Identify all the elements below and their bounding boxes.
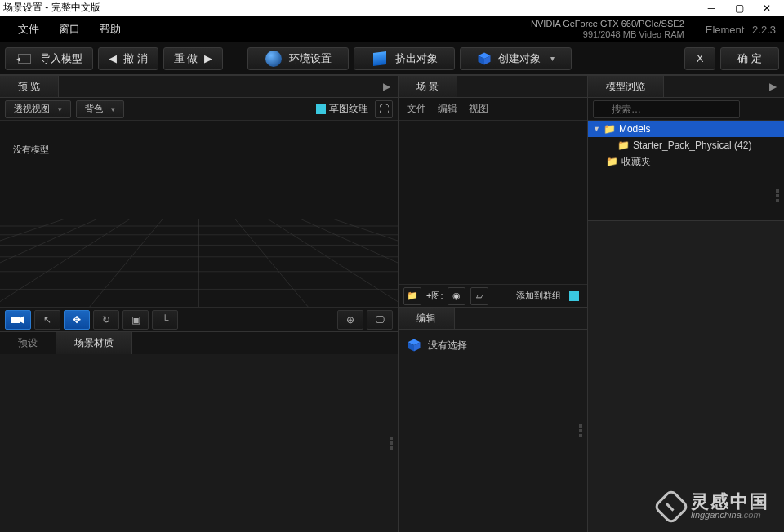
viewport-toolrow: ↖ ✥ ↻ ▣ └ ⊕ 🖵 (0, 307, 398, 331)
tree-label: Models (619, 123, 651, 135)
camera-tool-icon[interactable] (5, 310, 31, 330)
watermark-cn: 灵感中国 (691, 492, 769, 511)
triangle-down-icon: ▼ (593, 125, 600, 133)
cube-icon (477, 51, 492, 66)
create-object-dropdown[interactable]: 创建对象 (460, 47, 572, 70)
scene-menu-file[interactable]: 文件 (407, 102, 426, 116)
scene-menu-edit[interactable]: 编辑 (438, 102, 457, 116)
watermark-en: lingganchina.com (691, 511, 769, 521)
scene-tab[interactable]: 场 景 (399, 76, 457, 97)
ok-button[interactable]: 确 定 (720, 47, 779, 70)
add-folder-icon[interactable]: 📁 (403, 287, 421, 305)
folder-icon: 📁 (604, 123, 616, 135)
tree-label: Starter_Pack_Physical (42) (633, 140, 751, 151)
display-icon[interactable]: 🖵 (367, 310, 393, 330)
menu-file[interactable]: 文件 (8, 19, 49, 40)
watermark: 灵感中国 lingganchina.com (658, 492, 769, 521)
presets-tab[interactable]: 预设 (0, 332, 56, 354)
folder-icon: 📁 (617, 140, 630, 151)
drag-handle-icon[interactable] (579, 424, 584, 437)
drag-handle-icon[interactable] (390, 437, 394, 450)
bgcolor-dropdown[interactable]: 背色 (76, 100, 124, 118)
create-label: 创建对象 (498, 51, 541, 66)
main-toolbar: 导入模型 ◀ 撤 消 重 做 ▶ 环境设置 挤出对象 创建对象 X 确 定 (0, 42, 784, 75)
preview-expand-icon[interactable]: ▶ (375, 76, 398, 97)
edit-empty-label: 没有选择 (428, 339, 467, 352)
scene-bottom-bar: 📁 +图: ◉ ▱ 添加到群组 (399, 284, 587, 307)
edit-tab[interactable]: 编辑 (399, 308, 455, 329)
tree-item-starter-pack[interactable]: 📁 Starter_Pack_Physical (42) (588, 137, 784, 153)
model-browser-header: 模型浏览 ▶ (588, 75, 784, 98)
globe-icon (265, 50, 283, 68)
add-to-group-button[interactable]: 添加到群组 (516, 290, 561, 302)
menu-help[interactable]: 帮助 (90, 19, 131, 40)
scene-menu-view[interactable]: 视图 (469, 102, 488, 116)
preview-viewport[interactable]: 没有模型 (0, 121, 398, 307)
redo-button[interactable]: 重 做 ▶ (163, 47, 224, 70)
svg-line-13 (0, 219, 131, 307)
grid-floor (0, 219, 398, 307)
folder-icon: 📁 (606, 156, 618, 167)
rotate-tool-icon[interactable]: ↻ (93, 310, 119, 330)
maximize-button[interactable]: ▢ (725, 1, 753, 16)
environment-settings-button[interactable]: 环境设置 (247, 47, 349, 70)
edit-content: 没有选择 (399, 330, 587, 532)
viewport-empty-label: 没有模型 (13, 144, 49, 156)
view-mode-dropdown[interactable]: 透视视图 (5, 100, 71, 118)
model-browser-expand-icon[interactable]: ▶ (761, 76, 784, 97)
target-icon[interactable]: ⊕ (337, 310, 363, 330)
search-input[interactable] (593, 100, 740, 118)
check-icon (316, 104, 326, 114)
sphere-icon[interactable]: ◉ (448, 287, 466, 305)
tree-spacer (588, 171, 784, 220)
extrude-button[interactable]: 挤出对象 (354, 47, 455, 70)
tree-item-favorites[interactable]: 📁 收藏夹 (588, 153, 784, 170)
fullscreen-icon[interactable]: ⛶ (375, 100, 393, 118)
tree-label: 收藏夹 (621, 155, 651, 169)
svg-marker-20 (20, 316, 24, 324)
plane-icon[interactable]: ▱ (470, 287, 488, 305)
preview-subtoolbar: 透视视图 背色 草图纹理 ⛶ (0, 98, 398, 121)
redo-label: 重 做 (174, 51, 198, 66)
anchor-tool-icon[interactable]: └ (152, 310, 178, 330)
drag-handle-icon[interactable] (776, 189, 781, 202)
window-title: 场景设置 - 完整中文版 (3, 1, 697, 15)
draft-texture-toggle[interactable]: 草图纹理 (316, 102, 368, 116)
svg-line-12 (234, 219, 308, 307)
svg-line-17 (0, 219, 65, 307)
menubar: 文件 窗口 帮助 NVIDIA GeForce GTX 660/PCIe/SSE… (0, 16, 784, 42)
svg-line-18 (332, 219, 398, 307)
scene-panel-header: 场 景 (399, 75, 587, 98)
edit-panel-header: 编辑 (399, 307, 587, 330)
group-check-icon[interactable] (569, 291, 579, 301)
menu-window[interactable]: 窗口 (49, 19, 90, 40)
import-model-button[interactable]: 导入模型 (5, 47, 93, 70)
tree-item-models[interactable]: ▼ 📁 Models (588, 121, 784, 137)
svg-line-11 (90, 219, 163, 307)
bottom-tabs: 预设 场景材质 (0, 331, 398, 354)
x-button[interactable]: X (684, 47, 716, 70)
scene-hierarchy[interactable] (399, 121, 587, 284)
close-button[interactable]: ✕ (753, 1, 781, 16)
model-browser-tab[interactable]: 模型浏览 (588, 76, 664, 97)
move-tool-icon[interactable]: ✥ (64, 310, 90, 330)
gpu-info: NVIDIA GeForce GTX 660/PCIe/SSE2 991/204… (531, 19, 684, 40)
select-tool-icon[interactable]: ↖ (34, 310, 60, 330)
undo-label: 撤 消 (123, 51, 148, 66)
scene-materials-tab[interactable]: 场景材质 (56, 332, 132, 354)
undo-button[interactable]: ◀ 撤 消 (98, 47, 158, 70)
cube-icon (407, 338, 421, 352)
svg-line-16 (300, 219, 398, 307)
thumbnail-area[interactable]: 灵感中国 lingganchina.com (588, 220, 784, 532)
svg-line-15 (0, 219, 98, 307)
import-icon (16, 50, 33, 68)
draft-texture-label: 草图纹理 (329, 102, 368, 116)
app-name: Element (706, 24, 745, 36)
scale-tool-icon[interactable]: ▣ (122, 310, 149, 330)
import-label: 导入模型 (40, 51, 82, 66)
preview-tab[interactable]: 预 览 (0, 76, 59, 97)
scene-submenu: 文件 编辑 视图 (399, 98, 587, 121)
minimize-button[interactable]: ─ (697, 1, 725, 16)
environment-label: 环境设置 (289, 51, 332, 66)
watermark-logo-icon (653, 488, 689, 525)
